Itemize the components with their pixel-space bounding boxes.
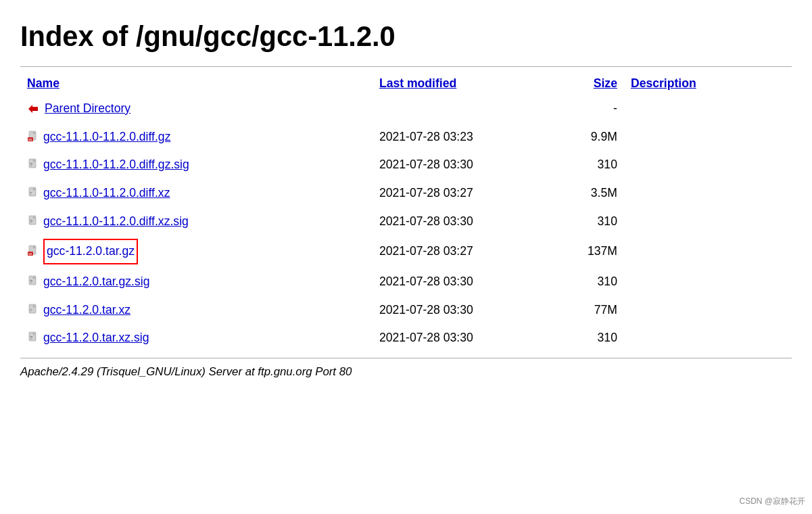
table-row: ? gcc-11.1.0-11.2.0.diff.xz2021-07-28 03…	[20, 179, 792, 208]
svg-text:?: ?	[30, 162, 32, 167]
file-size-cell: 310	[557, 208, 624, 236]
file-size-cell: 9.9M	[557, 123, 624, 151]
file-description-cell	[624, 151, 792, 179]
file-size-cell: 3.5M	[557, 179, 624, 208]
file-link[interactable]: gcc-11.1.0-11.2.0.diff.xz.sig	[43, 211, 189, 233]
file-link[interactable]: gcc-11.1.0-11.2.0.diff.gz.sig	[43, 154, 189, 176]
file-description-cell	[624, 95, 792, 123]
file-name-cell: ? gcc-11.1.0-11.2.0.diff.xz	[20, 179, 304, 208]
file-size-cell: -	[557, 95, 624, 123]
file-name-cell: GZ gcc-11.2.0.tar.gz	[20, 235, 304, 268]
bottom-divider	[20, 358, 792, 358]
server-footer: Apache/2.4.29 (Trisquel_GNU/Linux) Serve…	[20, 365, 792, 379]
file-description-cell	[624, 324, 792, 352]
file-modified-cell	[373, 95, 557, 123]
top-divider	[20, 66, 792, 67]
file-modified-cell: 2021-07-28 03:23	[373, 123, 557, 151]
modified-column-header[interactable]: Last modified	[379, 76, 456, 90]
description-column-header[interactable]: Description	[631, 76, 696, 90]
watermark: CSDN @寂静花开	[739, 496, 805, 507]
name-column-header[interactable]: Name	[27, 76, 59, 90]
file-description-cell	[624, 296, 792, 325]
file-description-cell	[624, 179, 792, 208]
file-name-cell: ? gcc-11.2.0.tar.gz.sig	[20, 268, 304, 296]
svg-text:?: ?	[30, 191, 32, 195]
file-name-cell: ? gcc-11.1.0-11.2.0.diff.xz.sig	[20, 208, 304, 236]
svg-text:?: ?	[30, 219, 32, 224]
svg-text:?: ?	[30, 308, 32, 312]
file-description-cell	[624, 208, 792, 236]
file-size-cell: 77M	[557, 296, 624, 325]
file-description-cell	[624, 268, 792, 296]
file-modified-cell: 2021-07-28 03:30	[373, 296, 557, 325]
file-link[interactable]: Parent Directory	[45, 98, 130, 120]
table-row: ? gcc-11.2.0.tar.xz.sig2021-07-28 03:303…	[20, 324, 792, 352]
file-link[interactable]: gcc-11.2.0.tar.gz.sig	[43, 271, 149, 293]
table-row: GZ gcc-11.1.0-11.2.0.diff.gz2021-07-28 0…	[20, 123, 792, 151]
size-column-header[interactable]: Size	[594, 76, 617, 90]
svg-text:?: ?	[30, 335, 32, 340]
svg-marker-0	[28, 105, 38, 113]
svg-text:GZ: GZ	[28, 138, 32, 141]
table-row: ? gcc-11.1.0-11.2.0.diff.gz.sig2021-07-2…	[20, 151, 792, 179]
file-name-cell: ? gcc-11.2.0.tar.xz	[20, 296, 304, 325]
file-link[interactable]: gcc-11.1.0-11.2.0.diff.gz	[43, 126, 170, 148]
file-name-cell: GZ gcc-11.1.0-11.2.0.diff.gz	[20, 123, 304, 151]
file-sig-icon: ?	[27, 158, 42, 172]
file-listing-table: Name Last modified Size Description Pare…	[20, 72, 792, 352]
file-sig-icon: ?	[27, 214, 42, 229]
file-modified-cell: 2021-07-28 03:30	[373, 208, 557, 236]
folder-back-icon	[27, 101, 42, 116]
page-title: Index of /gnu/gcc/gcc-11.2.0	[20, 20, 792, 53]
file-sig-icon: ?	[27, 275, 42, 289]
table-row: ? gcc-11.2.0.tar.xz2021-07-28 03:3077M	[20, 296, 792, 325]
table-row: ? gcc-11.1.0-11.2.0.diff.xz.sig2021-07-2…	[20, 208, 792, 236]
file-description-cell	[624, 235, 792, 268]
table-row: Parent Directory-	[20, 95, 792, 123]
file-modified-cell: 2021-07-28 03:30	[373, 268, 557, 296]
highlighted-filename: gcc-11.2.0.tar.gz	[43, 239, 138, 264]
file-link[interactable]: gcc-11.2.0.tar.gz	[43, 239, 138, 264]
file-modified-cell: 2021-07-28 03:27	[373, 179, 557, 208]
svg-text:?: ?	[30, 279, 32, 284]
file-xz-icon: ?	[27, 303, 42, 318]
table-row: ? gcc-11.2.0.tar.gz.sig2021-07-28 03:303…	[20, 268, 792, 296]
table-row: GZ gcc-11.2.0.tar.gz2021-07-28 03:27137M	[20, 235, 792, 268]
file-size-cell: 310	[557, 151, 624, 179]
file-size-cell: 310	[557, 324, 624, 352]
file-name-cell: Parent Directory	[20, 95, 304, 123]
file-modified-cell: 2021-07-28 03:30	[373, 151, 557, 179]
file-name-cell: ? gcc-11.1.0-11.2.0.diff.gz.sig	[20, 151, 304, 179]
file-name-cell: ? gcc-11.2.0.tar.xz.sig	[20, 324, 304, 352]
file-link[interactable]: gcc-11.2.0.tar.xz.sig	[43, 327, 149, 349]
file-modified-cell: 2021-07-28 03:30	[373, 324, 557, 352]
file-sig-icon: ?	[27, 331, 42, 346]
file-link[interactable]: gcc-11.1.0-11.2.0.diff.xz	[43, 183, 170, 204]
file-size-cell: 137M	[557, 235, 624, 268]
svg-text:GZ: GZ	[28, 252, 32, 256]
file-size-cell: 310	[557, 268, 624, 296]
file-gz-icon: GZ	[27, 244, 42, 259]
file-xz-icon: ?	[27, 186, 42, 201]
file-gz-icon: GZ	[27, 130, 42, 145]
file-modified-cell: 2021-07-28 03:27	[373, 235, 557, 268]
file-link[interactable]: gcc-11.2.0.tar.xz	[43, 300, 130, 321]
file-description-cell	[624, 123, 792, 151]
